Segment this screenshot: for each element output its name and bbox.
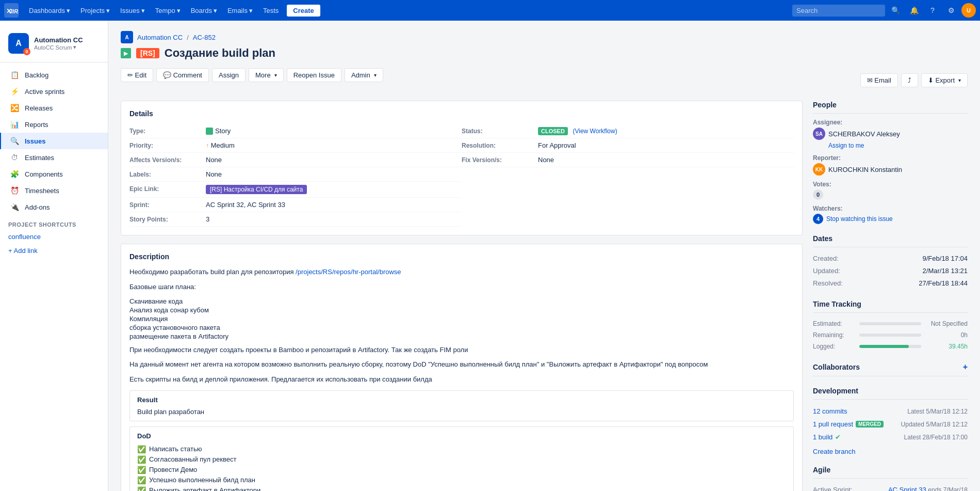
description-link[interactable]: /projects/RS/repos/hr-portal/browse <box>296 268 401 276</box>
nav-emails[interactable]: Emails ▾ <box>223 0 257 21</box>
reporter-value: KK KUROCHKIN Konstantin <box>813 163 968 176</box>
assign-button[interactable]: Assign <box>212 68 246 82</box>
nav-tempo[interactable]: Tempo ▾ <box>151 0 185 21</box>
build-date: Latest 28/Feb/18 17:00 <box>904 434 968 441</box>
detail-priority: Priority: ↑ Medium <box>129 138 462 153</box>
detail-fix-version: Fix Version/s: None <box>462 153 794 167</box>
status-value: CLOSED (View Workflow) <box>538 127 617 135</box>
priority-label: Priority: <box>129 141 202 149</box>
sidebar-item-backlog[interactable]: 📋 Backlog <box>0 67 108 83</box>
breadcrumb-issue-key[interactable]: AC-852 <box>193 34 216 41</box>
logged-bar <box>859 345 921 348</box>
dod-item-4: ✅ Успешно выполненный билд план <box>137 475 786 485</box>
project-type[interactable]: AutoCC Scrum ▾ <box>34 44 100 51</box>
development-header: Development <box>813 387 968 400</box>
updated-row: Updated: 2/Mar/18 13:21 <box>813 265 968 277</box>
resolution-value: For Approval <box>538 141 576 149</box>
updated-label: Updated: <box>813 267 840 275</box>
dod-item-2: ✅ Согласованный пул реквест <box>137 454 786 465</box>
share-button[interactable]: ⤴ <box>901 73 918 87</box>
issue-title-row: ▶ [RS] Создание build plan <box>121 46 968 60</box>
assignee-field: Assignee: SA SCHERBAKOV Aleksey Assign t… <box>813 119 968 149</box>
watchers-label: Watchers: <box>813 205 968 212</box>
commits-date: Latest 5/Mar/18 12:12 <box>907 408 968 415</box>
admin-button[interactable]: Admin <box>345 68 383 82</box>
resolved-row: Resolved: 27/Feb/18 18:44 <box>813 277 968 290</box>
resolution-label: Resolution: <box>462 141 534 149</box>
assignee-label: Assignee: <box>813 119 968 126</box>
email-button[interactable]: ✉ Email <box>860 73 898 87</box>
sidebar-item-timesheets[interactable]: ⏰ Timesheets <box>0 182 108 199</box>
created-row: Created: 9/Feb/18 17:04 <box>813 252 968 265</box>
top-navigation: ✕ JIRA Dashboards ▾ Projects ▾ Issues ▾ … <box>0 0 980 21</box>
add-link-button[interactable]: + Add link <box>0 244 108 258</box>
reports-icon: 📊 <box>9 120 20 129</box>
check-icon-5: ✅ <box>137 486 146 491</box>
estimated-bar <box>859 322 921 325</box>
reopen-button[interactable]: Reopen Issue <box>287 68 341 82</box>
help-icon[interactable]: ? <box>924 2 941 19</box>
components-icon: 🧩 <box>9 170 20 178</box>
assignee-value: SA SCHERBAKOV Aleksey <box>813 128 968 140</box>
create-branch-link[interactable]: Create branch <box>813 448 855 455</box>
active-sprint-link[interactable]: AC Sprint 33 <box>888 486 926 491</box>
build-link[interactable]: 1 build ✔ <box>813 433 841 441</box>
search-input[interactable] <box>792 5 885 17</box>
comment-button[interactable]: 💬 Comment <box>156 68 209 82</box>
sidebar-item-issues[interactable]: 🔍 Issues <box>0 133 108 149</box>
svg-text:JIRA: JIRA <box>9 8 19 14</box>
sidebar-item-addons[interactable]: 🔌 Add-ons <box>0 199 108 215</box>
sprint-label: Sprint: <box>129 201 202 209</box>
sidebar-item-estimates[interactable]: ⏱ Estimates <box>0 149 108 166</box>
main-content: A Automation CC / AC-852 ▶ [RS] Создание… <box>108 21 980 491</box>
labels-label: Labels: <box>129 170 202 178</box>
epic-link-value[interactable]: [RS] Настройка CI/CD для сайта <box>206 185 307 194</box>
created-label: Created: <box>813 255 839 262</box>
commits-link[interactable]: 12 commits <box>813 407 847 415</box>
settings-icon[interactable]: ⚙ <box>943 2 959 19</box>
updated-value: 2/Mar/18 13:21 <box>923 267 968 275</box>
issue-body: Details Type: Story <box>121 101 968 491</box>
result-value: Build plan разработан <box>137 408 786 416</box>
project-avatar: A 0 <box>8 33 29 54</box>
detail-sprint: Sprint: AC Sprint 32, AC Sprint 33 <box>129 198 462 212</box>
nav-projects[interactable]: Projects ▾ <box>76 0 114 21</box>
logged-row: Logged: 39.45h <box>813 341 968 352</box>
sidebar-item-reports[interactable]: 📊 Reports <box>0 116 108 133</box>
assignee-avatar: SA <box>813 128 825 140</box>
nav-tests[interactable]: Tests <box>259 0 283 21</box>
stop-watching-link[interactable]: Stop watching this issue <box>826 215 893 223</box>
breadcrumb: A Automation CC / AC-852 <box>121 31 968 43</box>
description-intro: Необходимо разработать build plan для ре… <box>129 267 794 278</box>
pr-link[interactable]: 1 pull request MERGED <box>813 420 884 428</box>
type-label: Type: <box>129 127 202 135</box>
issue-main: Details Type: Story <box>121 101 803 491</box>
nav-dashboards[interactable]: Dashboards ▾ <box>25 0 74 21</box>
search-icon[interactable]: 🔍 <box>887 2 904 19</box>
watchers-value: 4 Stop watching this issue <box>813 214 968 224</box>
fix-version-label: Fix Version/s: <box>462 156 534 164</box>
nav-boards[interactable]: Boards ▾ <box>187 0 221 21</box>
confluence-link[interactable]: confluence <box>0 230 108 244</box>
jira-logo[interactable]: ✕ JIRA <box>4 3 19 18</box>
assign-to-me-link[interactable]: Assign to me <box>828 142 864 149</box>
notifications-icon[interactable]: 🔔 <box>906 2 922 19</box>
nav-issues[interactable]: Issues ▾ <box>116 0 149 21</box>
sidebar-item-releases[interactable]: 🔀 Releases <box>0 100 108 116</box>
view-workflow-link[interactable]: (View Workflow) <box>573 128 617 135</box>
right-action-buttons: ✉ Email ⤴ ⬇ Export <box>860 73 968 87</box>
issue-sidebar: People Assignee: SA SCHERBAKOV Aleksey A… <box>813 101 968 491</box>
create-button[interactable]: Create <box>287 5 320 17</box>
user-avatar[interactable]: U <box>961 3 976 18</box>
edit-button[interactable]: ✏ Edit <box>121 68 153 82</box>
project-icon: A <box>121 31 133 43</box>
more-button[interactable]: More <box>249 68 284 82</box>
add-collaborator-icon[interactable]: + <box>963 362 968 372</box>
description-title: Description <box>129 252 794 261</box>
breadcrumb-project[interactable]: Automation CC <box>137 34 183 41</box>
sidebar-item-components[interactable]: 🧩 Components <box>0 166 108 182</box>
issue-type-icon: ▶ <box>121 48 131 58</box>
export-button[interactable]: ⬇ Export <box>921 73 968 87</box>
sidebar-item-active-sprints[interactable]: ⚡ Active sprints <box>0 83 108 100</box>
people-section: People Assignee: SA SCHERBAKOV Aleksey A… <box>813 101 968 224</box>
